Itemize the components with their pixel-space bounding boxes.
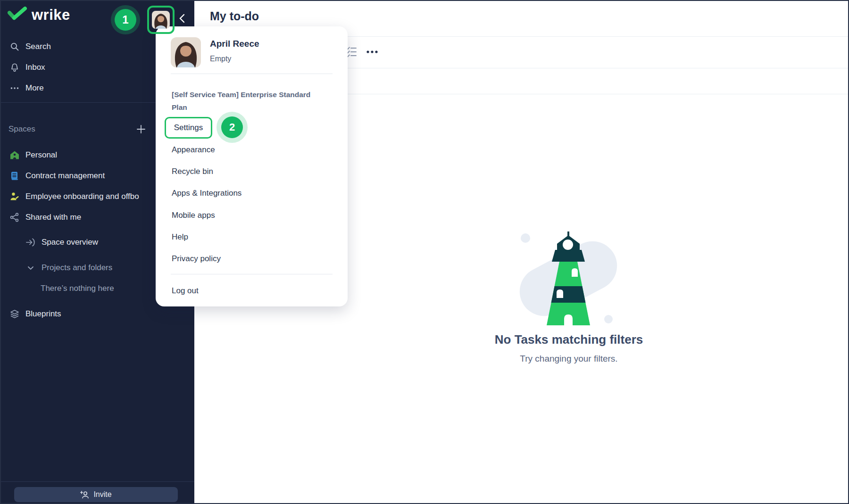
spaces-label: Spaces xyxy=(8,124,35,134)
menu-divider xyxy=(171,274,333,274)
menu-item-help[interactable]: Help xyxy=(156,226,348,248)
profile-name: April Reece xyxy=(210,39,259,49)
space-overview-icon xyxy=(25,237,36,248)
contract-space-icon xyxy=(9,171,20,181)
chevron-down-icon xyxy=(25,263,36,273)
menu-item-label: Settings xyxy=(174,123,203,132)
lighthouse-illustration xyxy=(518,230,618,330)
annotation-step-1-number: 1 xyxy=(115,9,136,31)
sidebar-item-label: Blueprints xyxy=(25,309,61,319)
menu-item-appearance[interactable]: Appearance xyxy=(156,139,348,161)
menu-item-label: Mobile apps xyxy=(172,211,215,220)
app-window: My to-do xyxy=(0,0,849,504)
annotation-step-2-badge: 2 xyxy=(216,112,248,143)
sidebar-space-label: Contract management xyxy=(25,171,105,181)
menu-item-mobile-apps[interactable]: Mobile apps xyxy=(156,205,348,226)
menu-item-log-out[interactable]: Log out xyxy=(156,280,348,302)
wrike-logo-icon xyxy=(8,7,27,24)
search-icon xyxy=(9,41,20,52)
menu-item-label: Recycle bin xyxy=(172,167,213,176)
plan-label: [Self Service Team] Enterprise Standard … xyxy=(172,88,327,114)
personal-space-icon xyxy=(9,150,20,160)
sidebar-item-label: Search xyxy=(25,42,51,51)
account-avatar-image xyxy=(152,11,170,29)
menu-item-recycle-bin[interactable]: Recycle bin xyxy=(156,161,348,182)
menu-item-privacy-policy[interactable]: Privacy policy xyxy=(156,248,348,270)
more-options-icon[interactable] xyxy=(366,46,379,58)
sidebar-bottom-divider xyxy=(1,481,194,482)
profile-avatar xyxy=(171,37,201,67)
wrike-logo[interactable]: wrike xyxy=(8,7,70,24)
sidebar-item-label: Space overview xyxy=(42,238,98,247)
menu-item-label: Help xyxy=(172,232,188,241)
layers-icon xyxy=(9,309,20,319)
menu-item-settings[interactable]: Settings xyxy=(165,117,212,139)
empty-state-title: No Tasks matching filters xyxy=(427,332,710,347)
invite-button-label: Invite xyxy=(93,490,111,499)
bell-icon xyxy=(9,62,20,73)
menu-divider xyxy=(171,74,333,74)
add-space-icon[interactable] xyxy=(134,123,148,136)
menu-item-label: Privacy policy xyxy=(172,254,221,263)
ellipsis-icon xyxy=(9,83,20,93)
invite-button[interactable]: Invite xyxy=(14,487,178,502)
sidebar-item-label: More xyxy=(25,83,44,93)
wrike-logo-text: wrike xyxy=(32,7,70,24)
person-plus-icon xyxy=(80,490,90,499)
profile-status[interactable]: Empty xyxy=(210,55,231,63)
employee-space-icon xyxy=(9,191,20,202)
sidebar-item-blueprints[interactable]: Blueprints xyxy=(1,304,194,324)
annotation-step-2-number: 2 xyxy=(221,116,243,138)
sidebar-space-label: Shared with me xyxy=(25,213,81,222)
sidebar-item-label: Inbox xyxy=(25,63,45,72)
sidebar-item-label: Projects and folders xyxy=(42,263,112,273)
page-title: My to-do xyxy=(210,9,259,23)
share-icon xyxy=(9,212,20,223)
sidebar-space-label: Employee onboarding and offbo xyxy=(25,192,139,201)
profile-dropdown-menu: April Reece Empty [Self Service Team] En… xyxy=(156,26,348,306)
empty-state-subtitle: Try changing your filters. xyxy=(427,354,710,364)
empty-tree-label: There’s nothing here xyxy=(41,284,114,293)
annotation-step-1-badge: 1 xyxy=(111,5,140,34)
account-avatar-button[interactable] xyxy=(147,6,175,34)
menu-item-apps-integrations[interactable]: Apps & Integrations xyxy=(156,182,348,204)
collapse-sidebar-icon[interactable] xyxy=(175,10,189,27)
menu-item-label: Log out xyxy=(172,286,199,295)
menu-item-label: Apps & Integrations xyxy=(172,189,241,198)
menu-item-label: Appearance xyxy=(172,145,215,154)
sidebar-space-label: Personal xyxy=(25,150,57,160)
